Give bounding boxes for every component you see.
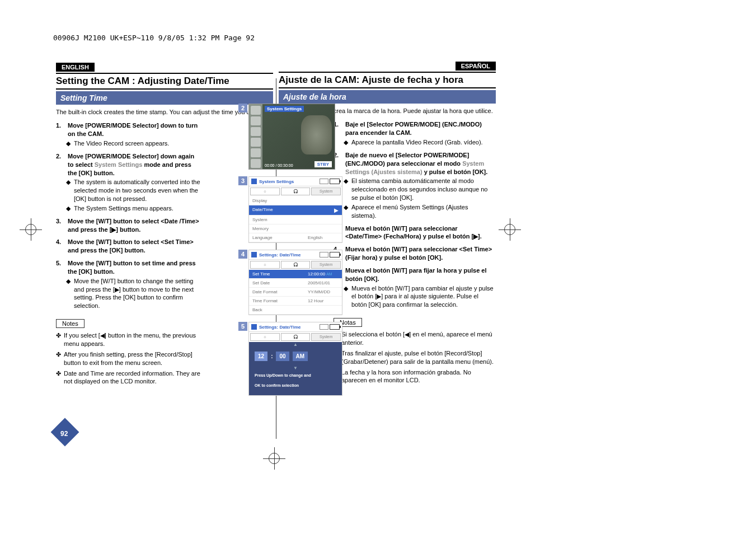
- step-text: Mueva el botón [W/T] para seleccionar <D…: [345, 224, 495, 241]
- screenshot-2: 2 System Settings 00:00 / 00:30:00 STBY: [248, 104, 344, 170]
- step-text: Move the [W/T] button to set time and pr…: [68, 259, 201, 276]
- note-icon: ✤: [56, 369, 64, 378]
- minute-field: 00: [276, 352, 289, 361]
- hour-field: 12: [255, 352, 267, 361]
- step-number: 4.: [56, 238, 66, 246]
- sidebar-icon: [251, 159, 261, 168]
- step-text: Move the [W/T] button to select <Set Tim…: [68, 238, 201, 255]
- notes-label-box: Notes: [56, 319, 84, 328]
- note-icon: ✤: [56, 331, 64, 340]
- screenshot-4: 4 Settings: Date/Time ☼ 🎧 System Set Tim…: [248, 250, 344, 315]
- step-text: Baje el [Selector POWER/MODE] (ENC./MODO…: [345, 120, 495, 137]
- menu-title: Settings: Date/Time: [259, 252, 320, 257]
- mode-label: System Settings: [265, 106, 304, 112]
- tab-audio: 🎧: [281, 333, 311, 341]
- sidebar-icon: [251, 116, 261, 125]
- step-list-left: 1. Move [POWER/MODE Selector] down to tu…: [56, 121, 201, 310]
- note-text: La fecha y la hora son información graba…: [341, 368, 495, 385]
- menu-row: Time Format12 Hour: [249, 297, 342, 306]
- language-tag-english: ENGLISH: [56, 63, 95, 72]
- screenshot-number: 3: [238, 176, 247, 185]
- screenshot-number: 5: [238, 322, 247, 331]
- registration-mark: [20, 218, 42, 241]
- note-text: Tras finalizar el ajuste, pulse el botón…: [341, 349, 495, 366]
- section-title-left: Setting the CAM : Adjusting Date/Time: [56, 73, 273, 90]
- menu-row: Display: [249, 196, 342, 205]
- timecode-label: 00:00 / 00:30:00: [265, 163, 293, 167]
- battery-icon: [330, 179, 340, 184]
- settings-icon: [251, 179, 257, 184]
- time-editor-row: 12 : 00 AM: [249, 347, 342, 366]
- tab-system: System: [311, 261, 341, 269]
- step-item: 5. Move the [W/T] button to set time and…: [56, 259, 201, 310]
- bullet-text: El sistema cambia automáticamente al mod…: [351, 177, 495, 202]
- menu-row-selected: Set Time12:00:00AM: [249, 270, 342, 279]
- note-text: Date and Time are recorded information. …: [64, 369, 200, 386]
- bullet-icon: ◆: [66, 204, 74, 213]
- sidebar-icon: [251, 138, 261, 147]
- tab-brightness: ☼: [250, 188, 280, 195]
- step-number: 3.: [56, 217, 66, 226]
- notes-list-left: ✤If you select [◀] button in the menu, t…: [56, 331, 201, 386]
- tab-audio: 🎧: [281, 188, 311, 195]
- bullet-icon: ◆: [66, 139, 74, 148]
- menu-title: System Settings: [259, 179, 320, 184]
- step-text: Move the [W/T] button to select <Date /T…: [68, 217, 201, 234]
- tab-audio: 🎧: [281, 261, 311, 269]
- tab-brightness: ☼: [250, 333, 280, 341]
- note-text: If you select [◀] button in the menu, th…: [64, 331, 200, 348]
- menu-row: Back: [249, 306, 342, 315]
- tab-system: System: [311, 188, 341, 195]
- bullet-icon: ◆: [344, 177, 351, 185]
- bullet-icon: ◆: [344, 138, 351, 147]
- chevron-right-icon: ▶: [334, 207, 339, 213]
- step-item: 3. Move the [W/T] button to select <Date…: [56, 217, 201, 234]
- menu-title: Settings: Date/Time: [259, 325, 320, 330]
- note-text: After you finish setting, press the [Rec…: [64, 350, 200, 367]
- bullet-icon: ◆: [344, 284, 351, 293]
- bullet-icon: ◆: [344, 203, 351, 212]
- step-item: 1. Baje el [Selector POWER/MODE] (ENC./M…: [334, 120, 496, 147]
- step-item: 1. Move [POWER/MODE Selector] down to tu…: [56, 121, 201, 148]
- page-content: ENGLISH Setting the CAM : Adjusting Date…: [56, 62, 496, 439]
- step-item: 3. Mueva el botón [W/T] para seleccionar…: [334, 224, 496, 241]
- screenshot-column: 2 System Settings 00:00 / 00:30:00 STBY: [248, 104, 344, 402]
- step-text: Move [POWER/MODE Selector] down again to…: [68, 152, 201, 177]
- note-icon: ✤: [56, 350, 64, 359]
- registration-mark: [499, 218, 521, 241]
- bullet-text: The Video Record screen appears.: [74, 139, 200, 148]
- time-instruction-line2: OK to confirm selection: [249, 381, 342, 391]
- tab-brightness: ☼: [250, 261, 280, 269]
- step-text: Mueva el botón [W/T] para seleccionar <S…: [345, 245, 495, 262]
- am-indicator: AM: [326, 272, 332, 276]
- screenshot-5: 5 Settings: Date/Time ☼ 🎧 System ▲: [248, 322, 344, 396]
- standby-badge: STBY: [314, 161, 332, 167]
- bullet-text: Aparece el menú System Settings (Ajustes…: [351, 203, 495, 220]
- bullet-text: Mueva el botón [W/T] para cambiar el aju…: [351, 284, 495, 310]
- notes-list-right: ✤Si selecciona el botón [◀] en el menú, …: [334, 330, 496, 385]
- step-number: 1.: [56, 121, 66, 130]
- screenshot-number: 2: [238, 104, 247, 113]
- menu-row: Set Date2005/01/01: [249, 279, 342, 288]
- step-text: Baje de nuevo el [Selector POWER/MODE] (…: [345, 151, 495, 176]
- note-text: Si selecciona el botón [◀] en el menú, a…: [341, 330, 495, 347]
- settings-icon: [251, 252, 257, 257]
- menu-row: Date FormatYY/MM/DD: [249, 288, 342, 297]
- arrow-down-icon: ▼: [249, 366, 342, 371]
- section-title-right: Ajuste de la CAM: Ajuste de fecha y hora: [279, 72, 496, 88]
- menu-row: LanguageEnglish: [249, 233, 342, 242]
- registration-mark: [263, 447, 285, 470]
- bullet-text: Aparece la pantalla Video Record (Grab. …: [351, 138, 495, 147]
- card-icon: [320, 252, 328, 257]
- step-item: 2. Move [POWER/MODE Selector] down again…: [56, 152, 201, 213]
- step-item: 4. Mueva el botón [W/T] para seleccionar…: [334, 245, 496, 262]
- menu-row-selected: Date/Time▶: [249, 205, 342, 216]
- card-icon: [320, 324, 328, 330]
- ampm-field: AM: [293, 352, 308, 361]
- menu-row: Memory: [249, 224, 342, 233]
- tab-system: System: [311, 333, 341, 341]
- subsection-bar-right: Ajuste de la hora: [279, 90, 496, 104]
- bullet-icon: ◆: [66, 277, 74, 285]
- battery-icon: [330, 252, 340, 257]
- bullet-text: The system is automatically converted in…: [74, 178, 200, 203]
